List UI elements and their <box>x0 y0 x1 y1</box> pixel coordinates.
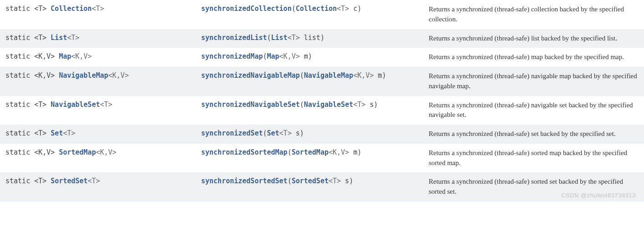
description-cell: Returns a synchronized (thread-safe) lis… <box>423 29 644 48</box>
method-link[interactable]: synchronizedList <box>201 34 267 42</box>
return-generic: <K,V> <box>108 71 129 80</box>
param-generic: <T> <box>288 34 300 42</box>
return-type-link[interactable]: Collection <box>51 5 91 13</box>
method-link[interactable]: synchronizedNavigableSet <box>201 100 300 109</box>
description-cell: Returns a synchronized (thread-safe) sor… <box>423 144 644 173</box>
paren-open: ( <box>288 177 292 185</box>
param-name: list <box>300 34 320 42</box>
param-name: m <box>300 52 308 60</box>
paren-close: ) <box>349 177 353 185</box>
table-row: static <T> List<T> synchronizedList(List… <box>0 29 644 48</box>
modifiers: static <K,V> <box>5 52 59 60</box>
method-summary-table: static <T> Collection<T> synchronizedCol… <box>0 0 644 201</box>
param-generic: <T> <box>337 5 349 13</box>
return-type-cell: static <K,V> NavigableMap<K,V> <box>0 67 196 96</box>
paren-open: ( <box>300 100 304 109</box>
paren-close: ) <box>357 5 361 13</box>
paren-close: ) <box>320 34 325 42</box>
param-generic: <T> <box>329 177 341 185</box>
param-type-link[interactable]: NavigableSet <box>304 100 353 109</box>
return-type-link[interactable]: SortedMap <box>59 148 96 156</box>
modifiers: static <K,V> <box>5 148 59 156</box>
return-generic: <T> <box>88 177 100 185</box>
return-type-cell: static <K,V> SortedMap<K,V> <box>0 144 196 173</box>
method-cell: synchronizedSet(Set<T> s) <box>196 125 423 144</box>
paren-open: ( <box>300 71 304 80</box>
table-row: static <T> Collection<T> synchronizedCol… <box>0 0 644 29</box>
param-name: c <box>349 5 357 13</box>
param-type-link[interactable]: NavigableMap <box>304 71 353 80</box>
method-link[interactable]: synchronizedNavigableMap <box>201 71 300 80</box>
description-cell: Returns a synchronized (thread-safe) nav… <box>423 67 644 96</box>
return-generic: <T> <box>92 5 104 13</box>
method-cell: synchronizedSortedSet(SortedSet<T> s) <box>196 172 423 201</box>
param-name: s <box>341 177 349 185</box>
param-name: s <box>365 100 374 109</box>
description-cell: Returns a synchronized (thread-safe) col… <box>423 0 644 29</box>
method-cell: synchronizedNavigableMap(NavigableMap<K,… <box>196 67 423 96</box>
return-generic: <T> <box>63 129 75 137</box>
param-type-link[interactable]: Map <box>267 52 279 60</box>
description-cell: Returns a synchronized (thread-safe) map… <box>423 48 644 67</box>
paren-open: ( <box>263 52 267 60</box>
table-row: static <K,V> SortedMap<K,V> synchronized… <box>0 144 644 173</box>
param-generic: <K,V> <box>329 148 349 156</box>
method-cell: synchronizedCollection(Collection<T> c) <box>196 0 423 29</box>
return-type-cell: static <T> NavigableSet<T> <box>0 96 196 125</box>
return-type-cell: static <T> Collection<T> <box>0 0 196 29</box>
description-cell: Returns a synchronized (thread-safe) nav… <box>423 96 644 125</box>
param-name: m <box>349 148 357 156</box>
param-generic: <T> <box>353 100 365 109</box>
param-generic: <K,V> <box>353 71 374 80</box>
return-type-link[interactable]: List <box>51 34 67 42</box>
watermark-text: CSDN @zhufei463738313 <box>561 192 636 199</box>
method-cell: synchronizedNavigableSet(NavigableSet<T>… <box>196 96 423 125</box>
table-row: static <T> NavigableSet<T> synchronizedN… <box>0 96 644 125</box>
method-cell: synchronizedList(List<T> list) <box>196 29 423 48</box>
param-type-link[interactable]: Collection <box>296 5 337 13</box>
param-type-link[interactable]: List <box>271 34 288 42</box>
paren-close: ) <box>308 52 312 60</box>
paren-open: ( <box>288 148 292 156</box>
paren-close: ) <box>374 100 378 109</box>
method-link[interactable]: synchronizedSortedSet <box>201 177 288 185</box>
return-type-cell: static <T> Set<T> <box>0 125 196 144</box>
method-link[interactable]: synchronizedSet <box>201 129 263 137</box>
method-link[interactable]: synchronizedCollection <box>201 5 292 13</box>
param-generic: <T> <box>279 129 292 137</box>
return-generic: <K,V> <box>96 148 117 156</box>
modifiers: static <T> <box>5 129 51 137</box>
param-type-link[interactable]: SortedSet <box>292 177 329 185</box>
param-name: s <box>292 129 300 137</box>
return-type-cell: static <T> List<T> <box>0 29 196 48</box>
modifiers: static <T> <box>5 34 51 42</box>
paren-close: ) <box>382 71 386 80</box>
paren-close: ) <box>357 148 361 156</box>
return-type-link[interactable]: Map <box>59 52 71 60</box>
return-type-link[interactable]: NavigableMap <box>59 71 108 80</box>
param-type-link[interactable]: Set <box>267 129 279 137</box>
method-link[interactable]: synchronizedMap <box>201 52 263 60</box>
modifiers: static <K,V> <box>5 71 59 80</box>
paren-open: ( <box>263 129 267 137</box>
method-cell: synchronizedMap(Map<K,V> m) <box>196 48 423 67</box>
table-row: static <K,V> NavigableMap<K,V> synchroni… <box>0 67 644 96</box>
table-row: static <T> Set<T> synchronizedSet(Set<T>… <box>0 125 644 144</box>
table-row: static <K,V> Map<K,V> synchronizedMap(Ma… <box>0 48 644 67</box>
param-type-link[interactable]: SortedMap <box>292 148 329 156</box>
param-generic: <K,V> <box>279 52 300 60</box>
return-type-link[interactable]: SortedSet <box>51 177 87 185</box>
return-generic: <T> <box>100 100 112 109</box>
paren-close: ) <box>300 129 304 137</box>
return-type-link[interactable]: Set <box>51 129 63 137</box>
method-link[interactable]: synchronizedSortedMap <box>201 148 288 156</box>
param-name: m <box>374 71 382 80</box>
return-type-cell: static <T> SortedSet<T> <box>0 172 196 201</box>
return-type-link[interactable]: NavigableSet <box>51 100 100 109</box>
paren-open: ( <box>267 34 271 42</box>
return-generic: <T> <box>67 34 79 42</box>
return-generic: <K,V> <box>71 52 92 60</box>
method-cell: synchronizedSortedMap(SortedMap<K,V> m) <box>196 144 423 173</box>
modifiers: static <T> <box>5 5 51 13</box>
modifiers: static <T> <box>5 177 51 185</box>
